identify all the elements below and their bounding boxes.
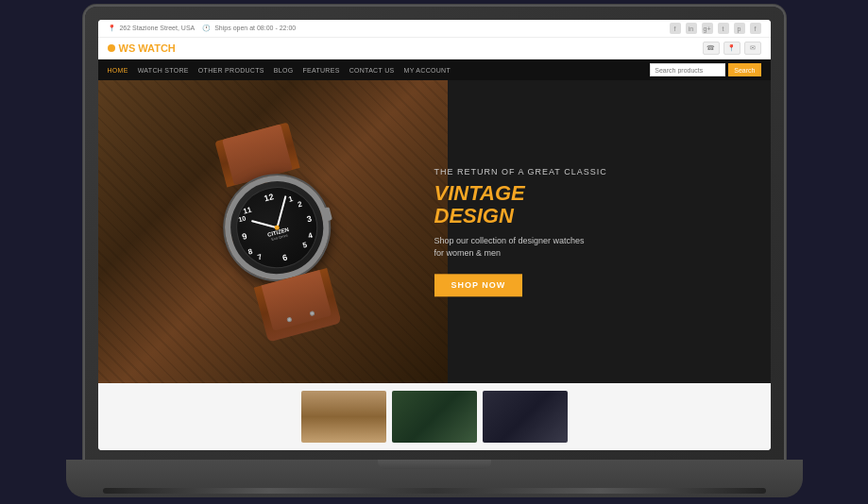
logo-dot	[108, 44, 115, 52]
nav-links: HOME WATCH STORE OTHER PRODUCTS BLOG FEA…	[108, 67, 451, 74]
watch-rivets	[286, 311, 315, 323]
top-bar-left: 📍 262 Stazione Street, USA 🕐 Ships open …	[108, 25, 297, 32]
hero-title-line2: DESIGN	[434, 205, 737, 227]
top-bar-social: f in g+ t p f	[670, 23, 761, 34]
thumbnail-3[interactable]	[483, 391, 568, 443]
map-icon: 📍	[727, 44, 736, 52]
hours-text: 🕐 Ships open at 08:00 - 22:00	[202, 25, 296, 32]
email-icon: ✉	[750, 44, 756, 52]
rss-icon[interactable]: f	[750, 23, 761, 34]
shop-now-button[interactable]: SHOP NOW	[434, 274, 523, 296]
nav-blog[interactable]: BLOG	[274, 67, 294, 74]
hero-title: VINTAGE DESIGN	[434, 182, 737, 227]
hero-section: 12 1 2 3 4 5 6 7 8	[98, 80, 771, 383]
thumbnail-1[interactable]	[301, 391, 386, 443]
laptop-body: 📍 262 Stazione Street, USA 🕐 Ships open …	[85, 7, 784, 460]
hero-description: Shop our collection of designer watchesf…	[434, 235, 737, 260]
laptop-base	[66, 460, 803, 497]
email-icon-btn[interactable]: ✉	[744, 42, 761, 55]
watch-inner: 12 1 2 3 4 5 6 7 8	[227, 177, 326, 277]
nav-contact[interactable]: CONTACT US	[349, 67, 395, 74]
hero-content: THE RETURN OF A GREAT CLASSIC VINTAGE DE…	[434, 167, 737, 296]
nav-search: Search	[650, 63, 760, 76]
logo-text: WS WATCH	[119, 42, 176, 54]
site-header: WS WATCH ☎ 📍 ✉	[98, 38, 771, 59]
address-text: 📍 262 Stazione Street, USA	[108, 25, 196, 32]
logo: WS WATCH	[108, 42, 176, 54]
header-icons: ☎ 📍 ✉	[703, 42, 761, 55]
facebook-icon[interactable]: f	[670, 23, 681, 34]
watch-visual: 12 1 2 3 4 5 6 7 8	[98, 80, 448, 383]
thumbnail-2[interactable]	[392, 391, 477, 443]
watch-image: 12 1 2 3 4 5 6 7 8	[98, 80, 448, 383]
phone-icon-btn[interactable]: ☎	[703, 42, 720, 55]
hero-subtitle: THE RETURN OF A GREAT CLASSIC	[434, 167, 737, 176]
website: 📍 262 Stazione Street, USA 🕐 Ships open …	[98, 20, 771, 450]
top-bar: 📍 262 Stazione Street, USA 🕐 Ships open …	[98, 20, 771, 38]
hero-title-line1: VINTAGE	[434, 182, 737, 205]
linkedin-icon[interactable]: in	[686, 23, 697, 34]
rivet-right	[309, 311, 315, 316]
laptop-screen: 📍 262 Stazione Street, USA 🕐 Ships open …	[98, 20, 771, 450]
google-plus-icon[interactable]: g+	[702, 23, 713, 34]
twitter-icon[interactable]: t	[718, 23, 729, 34]
map-icon-btn[interactable]: 📍	[723, 42, 740, 55]
watch-center-dot	[274, 225, 280, 230]
rivet-left	[286, 316, 292, 322]
pinterest-icon[interactable]: p	[734, 23, 745, 34]
thumbnail-row	[98, 383, 771, 450]
search-button[interactable]: Search	[728, 63, 760, 76]
search-input[interactable]	[650, 63, 725, 76]
nav-other-products[interactable]: OTHER PRODUCTS	[198, 67, 264, 74]
nav-home[interactable]: HOME	[108, 67, 128, 74]
clock-icon: 🕐	[202, 25, 211, 31]
laptop-frame: 📍 262 Stazione Street, USA 🕐 Ships open …	[66, 7, 803, 497]
nav-watch-store[interactable]: WATCH STORE	[138, 67, 189, 74]
nav-account[interactable]: MY ACCOUNT	[404, 67, 451, 74]
main-nav: HOME WATCH STORE OTHER PRODUCTS BLOG FEA…	[98, 59, 771, 80]
location-icon: 📍	[108, 25, 116, 31]
phone-icon: ☎	[706, 44, 715, 52]
nav-features[interactable]: FEATURES	[302, 67, 339, 74]
